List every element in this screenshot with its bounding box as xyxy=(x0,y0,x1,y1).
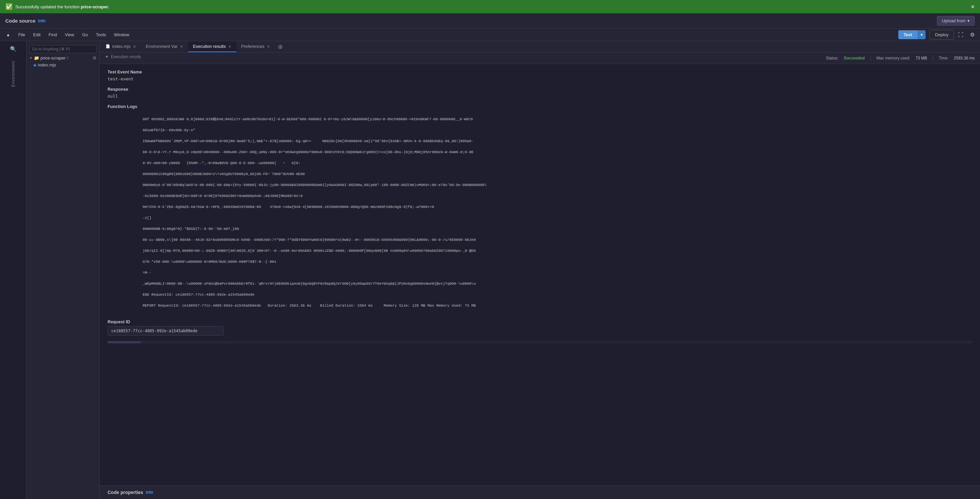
status-separator: | xyxy=(870,56,871,61)
folder-icon: 📁 xyxy=(34,56,39,61)
tab-close-index[interactable]: × xyxy=(132,44,137,49)
code-properties-title: Code properties Info xyxy=(108,490,972,495)
code-source-title: Code source Info xyxy=(5,18,46,24)
tab-label-env: Environment Var xyxy=(146,44,178,49)
tab-exec-results[interactable]: Execution results × xyxy=(188,41,236,52)
upload-from-button[interactable]: Upload from ▾ xyxy=(937,16,975,26)
function-name: price-scraper. xyxy=(81,4,109,9)
menu-file[interactable]: File xyxy=(15,31,29,38)
editor-panel: 📄 index.mjs × Environment Var × Executio… xyxy=(100,41,980,499)
log-line-8: ·0i5000·0sn000E0UR]0U!000\0·0r00]0?k000Z… xyxy=(143,194,303,198)
settings-button[interactable]: ⚙ xyxy=(967,30,977,39)
tab-env-vars[interactable]: Environment Var × xyxy=(141,41,188,52)
exec-content: Test Event Name test-event Response null… xyxy=(100,64,980,349)
exec-section-header[interactable]: ▼ Execution results xyxy=(105,54,141,59)
upload-arrow-icon: ▾ xyxy=(967,18,970,23)
test-button[interactable]: Test xyxy=(898,30,918,39)
log-line-5: 0·0V·A00+00·yN000 {6%0M··*_·0=00w$0V0·Q0… xyxy=(143,161,301,165)
folder-settings-icon[interactable]: ⚙ xyxy=(92,56,97,61)
tabs-bar: 📄 index.mjs × Environment Var × Executio… xyxy=(100,41,980,53)
upload-label: Upload from xyxy=(942,18,966,23)
tab-close-preferences[interactable]: × xyxy=(266,44,270,49)
menu-edit[interactable]: Edit xyxy=(30,31,44,38)
request-id-label: Request ID xyxy=(108,319,972,324)
log-line-7: 0N00m0y0·0'00\00VBq\WX0\0·00·000{·00·00&… xyxy=(143,183,487,187)
sidebar-search-button[interactable]: 🔍 xyxy=(8,44,19,54)
code-source-info[interactable]: Info xyxy=(38,19,46,23)
folder-arrow-icon: ▼ xyxy=(29,56,33,60)
code-properties-info[interactable]: Info xyxy=(146,490,153,495)
editor-main: 🔍 Environment ▼ 📁 price-scraper / ⚙ ◈ in… xyxy=(0,41,980,499)
log-line-14: G70·*v50·000·\u0000\u000000·0>0M00/NU0;0… xyxy=(143,260,277,264)
test-button-group: Test ▾ xyxy=(898,30,926,39)
menu-find[interactable]: Find xyxy=(45,31,60,38)
tab-index-mjs[interactable]: 📄 index.mjs × xyxy=(101,41,141,52)
menu-view[interactable]: View xyxy=(62,31,78,38)
log-line-3: I00wm0f0B000V`JMOP,VP·000\v0<0001W·0=00j… xyxy=(143,139,474,143)
fullscreen-button[interactable]: ⛶ xyxy=(955,30,966,39)
file-tree-search-area xyxy=(27,44,99,54)
folder-item-price-scraper[interactable]: ▼ 📁 price-scraper / ⚙ xyxy=(27,54,99,61)
tab-close-env[interactable]: × xyxy=(180,44,184,49)
function-logs-label: Function Logs xyxy=(108,104,972,109)
menu-bar: ▲ File Edit Find View Go Tools Window Te… xyxy=(0,29,980,41)
success-icon: ✅ xyxy=(5,3,13,10)
menu-up-arrow[interactable]: ▲ xyxy=(3,31,14,38)
log-line-2: 001w0f07{0·-69v00k·0y·n" xyxy=(143,128,195,132)
tab-label-index: index.mjs xyxy=(112,44,130,49)
code-source-label: Code source xyxy=(5,18,35,24)
log-line-1: 00f 06V002_000X0JW0 0.0]000d;0I0柩8nH;0#0… xyxy=(143,117,473,121)
test-event-name-value: test-event xyxy=(108,77,972,81)
log-line-16: _W0pM00BLI!0000·0B··\u00000·sF0Ux@0aPvr0… xyxy=(143,282,476,286)
request-id-section: Request ID xyxy=(108,319,972,336)
log-line-13: j60/qII·0[}0p·M70,000R0>00·;·00Z0·00B0Y[… xyxy=(143,249,476,253)
notification-close-button[interactable]: × xyxy=(971,3,975,11)
log-line-12: 00·u₀·0B00,s\]00 00X0k··40J0·0Z+0u000005… xyxy=(143,238,476,242)
status-label: Status: xyxy=(826,56,838,61)
horizontal-scrollbar[interactable] xyxy=(108,341,972,344)
memory-value: 73 MB xyxy=(916,56,927,61)
menu-window[interactable]: Window xyxy=(111,31,132,38)
left-sidebar: 🔍 Environment xyxy=(0,41,27,499)
menu-tools[interactable]: Tools xyxy=(92,31,109,38)
test-dropdown-button[interactable]: ▾ xyxy=(918,30,926,39)
log-line-9: 00^Ch0·0·k'ZbK·0gOmZ0·A0/0sW·0·+0F0_·000… xyxy=(143,205,434,209)
file-icon: ◈ xyxy=(33,62,37,67)
tab-close-exec[interactable]: × xyxy=(228,44,232,49)
file-tree: ▼ 📁 price-scraper / ⚙ ◈ index.mjs xyxy=(27,41,100,499)
exec-status-bar: ▼ Execution results Status: Succeeded | … xyxy=(100,53,980,64)
scrollbar-thumb[interactable] xyxy=(108,341,141,343)
log-line-18: REPORT RequestId: ce188557-77cc-4805-992… xyxy=(143,304,476,308)
code-source-header: Code source Info Upload from ▾ xyxy=(0,13,980,29)
log-line-17: END RequestId: ce188557-77cc-4805-992e-a… xyxy=(143,293,255,297)
file-item-index-mjs[interactable]: ◈ index.mjs xyxy=(27,61,99,69)
code-properties-label: Code properties xyxy=(108,490,143,495)
log-line-4: 80·0·0\0·>Y.r·M0uy0_0·v0p00\00#0000··000… xyxy=(143,150,474,154)
ide-container: Code source Info Upload from ▾ ▲ File Ed… xyxy=(0,13,980,499)
function-logs-section: Function Logs 00f 06V002_000X0JW0 0.0]00… xyxy=(108,104,972,314)
response-label: Response xyxy=(108,87,972,92)
add-tab-button[interactable]: ⊕ xyxy=(275,43,285,51)
menu-go[interactable]: Go xyxy=(79,31,91,38)
notification-bar: ✅ Successfully updated the function pric… xyxy=(0,0,980,13)
exec-panel: ▼ Execution results Status: Succeeded | … xyxy=(100,53,980,485)
logs-text: 00f 06V002_000X0JW0 0.0]000d;0I0柩8nH;0#0… xyxy=(108,111,972,314)
tab-label-exec: Execution results xyxy=(193,44,226,49)
goto-anything-input[interactable] xyxy=(29,45,97,53)
tab-preferences[interactable]: Preferences × xyxy=(236,41,275,52)
folder-name: price-scraper xyxy=(40,56,66,61)
response-section: Response null xyxy=(108,87,972,99)
file-name: index.mjs xyxy=(38,62,56,67)
exec-section-arrow: ▼ xyxy=(105,54,109,59)
notification-content: ✅ Successfully updated the function pric… xyxy=(5,3,109,10)
test-event-section: Test Event Name test-event xyxy=(108,69,972,81)
log-line-15: =M·· xyxy=(143,271,151,275)
time-label: Time: xyxy=(939,56,949,61)
deploy-button[interactable]: Deploy xyxy=(929,30,954,40)
tab-icon-index: 📄 xyxy=(105,44,110,48)
request-id-input[interactable] xyxy=(108,326,224,336)
status-value: Succeeded xyxy=(843,56,864,61)
log-line-6: 00000001C00gR0{000s000}000BJ000=o\^v03g0… xyxy=(143,172,305,176)
memory-separator: | xyxy=(932,56,934,61)
function-logs-content: 00f 06V002_000X0JW0 0.0]000d;0I0柩8nH;0#0… xyxy=(108,111,972,314)
